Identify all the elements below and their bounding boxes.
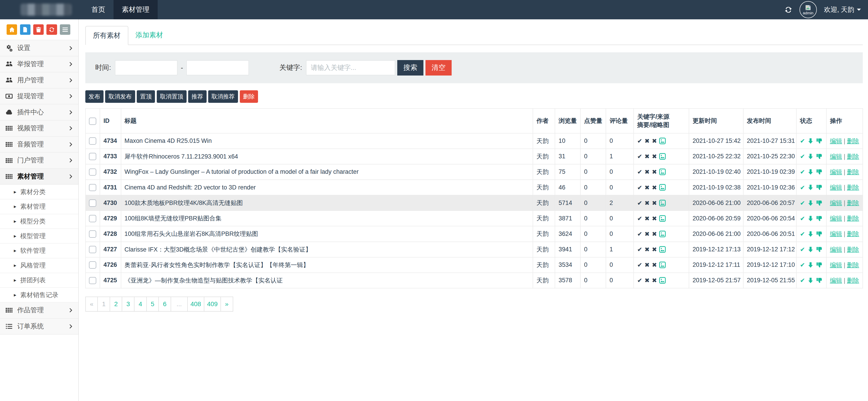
sidebar-item-3[interactable]: 提现管理	[0, 89, 78, 104]
status-check-icon[interactable]: ✔	[800, 230, 805, 238]
sidebar-subitem[interactable]: ▸模型管理	[0, 229, 78, 244]
status-check-icon[interactable]: ✔	[800, 137, 805, 145]
refresh-icon[interactable]	[784, 6, 792, 13]
time-from-input[interactable]	[115, 60, 178, 75]
action-button-3[interactable]: 取消置顶	[157, 90, 187, 102]
arrow-down-icon[interactable]	[807, 215, 814, 222]
thumbs-down-icon[interactable]	[816, 168, 823, 175]
thumbs-down-icon[interactable]	[816, 184, 823, 191]
edit-link[interactable]: 编辑	[830, 261, 842, 268]
tab-0[interactable]: 所有素材	[85, 26, 128, 45]
delete-link[interactable]: 删除	[847, 199, 859, 206]
delete-link[interactable]: 删除	[847, 168, 859, 175]
sidebar-subitem[interactable]: ▸风格管理	[0, 258, 78, 273]
status-check-icon[interactable]: ✔	[800, 246, 805, 253]
status-check-icon[interactable]: ✔	[800, 261, 805, 268]
status-check-icon[interactable]: ✔	[800, 168, 805, 175]
arrow-down-icon[interactable]	[807, 137, 814, 144]
status-check-icon[interactable]: ✔	[800, 153, 805, 160]
sidebar-subitem[interactable]: ▸拼团列表	[0, 273, 78, 288]
action-button-0[interactable]: 发布	[85, 90, 103, 102]
delete-link[interactable]: 删除	[847, 153, 859, 160]
action-button-5[interactable]: 取消推荐	[208, 90, 238, 102]
quick-button-trash-icon[interactable]	[33, 24, 44, 35]
row-checkbox[interactable]	[89, 230, 96, 238]
quick-button-recycle-icon[interactable]	[46, 24, 57, 35]
sidebar-item-7[interactable]: 门户管理	[0, 153, 78, 169]
arrow-down-icon[interactable]	[807, 153, 814, 160]
arrow-down-icon[interactable]	[807, 261, 814, 268]
nav-item-1[interactable]: 素材管理	[114, 0, 158, 19]
avatar[interactable]: admin	[800, 1, 816, 18]
thumbs-down-icon[interactable]	[816, 215, 823, 222]
search-button[interactable]: 搜索	[397, 60, 423, 75]
page-button-409[interactable]: 409	[204, 297, 221, 311]
page-button-4[interactable]: 4	[134, 297, 147, 311]
row-checkbox[interactable]	[89, 168, 96, 176]
row-checkbox[interactable]	[89, 184, 96, 191]
arrow-down-icon[interactable]	[807, 184, 814, 191]
sidebar-subitem[interactable]: ▸软件管理	[0, 244, 78, 258]
row-checkbox[interactable]	[89, 137, 96, 145]
thumbs-down-icon[interactable]	[816, 277, 823, 284]
quick-button-home-icon[interactable]	[7, 24, 17, 35]
thumbs-down-icon[interactable]	[816, 137, 823, 144]
sidebar-item-5[interactable]: 视频管理	[0, 121, 78, 137]
select-all-checkbox[interactable]	[89, 118, 96, 125]
action-button-6[interactable]: 删除	[240, 90, 258, 102]
delete-link[interactable]: 删除	[847, 230, 859, 237]
sidebar-subitem[interactable]: ▸素材管理	[0, 199, 78, 214]
welcome-menu[interactable]: 欢迎, 天韵	[824, 5, 861, 14]
edit-link[interactable]: 编辑	[830, 168, 842, 175]
edit-link[interactable]: 编辑	[830, 277, 842, 284]
quick-button-justify-icon[interactable]	[60, 24, 70, 35]
action-button-1[interactable]: 取消发布	[105, 90, 135, 102]
status-check-icon[interactable]: ✔	[800, 277, 805, 284]
thumbs-down-icon[interactable]	[816, 230, 823, 237]
thumbs-down-icon[interactable]	[816, 246, 823, 253]
edit-link[interactable]: 编辑	[830, 184, 842, 191]
row-checkbox[interactable]	[89, 277, 96, 284]
delete-link[interactable]: 删除	[847, 261, 859, 268]
sidebar-subitem[interactable]: ▸模型分类	[0, 214, 78, 229]
row-checkbox[interactable]	[89, 153, 96, 160]
arrow-down-icon[interactable]	[807, 277, 814, 284]
edit-link[interactable]: 编辑	[830, 230, 842, 237]
delete-link[interactable]: 删除	[847, 277, 859, 284]
keyword-input[interactable]	[306, 60, 395, 75]
sidebar-item-4[interactable]: 插件中心	[0, 104, 78, 121]
thumbs-down-icon[interactable]	[816, 261, 823, 268]
row-checkbox[interactable]	[89, 199, 96, 207]
row-checkbox[interactable]	[89, 246, 96, 253]
edit-link[interactable]: 编辑	[830, 153, 842, 160]
sidebar-item-0[interactable]: 设置	[0, 40, 78, 56]
edit-link[interactable]: 编辑	[830, 246, 842, 253]
time-to-input[interactable]	[186, 60, 249, 75]
arrow-down-icon[interactable]	[807, 200, 814, 206]
action-button-4[interactable]: 推荐	[188, 90, 206, 102]
delete-link[interactable]: 删除	[847, 246, 859, 253]
sidebar-item-1[interactable]: 举报管理	[0, 56, 78, 72]
arrow-down-icon[interactable]	[807, 246, 814, 253]
row-checkbox[interactable]	[89, 261, 96, 269]
delete-link[interactable]: 删除	[847, 215, 859, 222]
status-check-icon[interactable]: ✔	[800, 199, 805, 207]
sidebar-subitem[interactable]: ▸素材销售记录	[0, 288, 78, 303]
sidebar-item-2[interactable]: 用户管理	[0, 72, 78, 89]
thumbs-down-icon[interactable]	[816, 153, 823, 160]
sidebar-item-9[interactable]: 作品管理	[0, 303, 78, 319]
quick-button-file-icon[interactable]	[20, 24, 30, 35]
page-button-2[interactable]: 2	[110, 297, 122, 311]
delete-link[interactable]: 删除	[847, 137, 859, 145]
arrow-down-icon[interactable]	[807, 168, 814, 175]
page-button-5[interactable]: 5	[146, 297, 159, 311]
action-button-2[interactable]: 置顶	[137, 90, 155, 102]
clear-button[interactable]: 清空	[426, 60, 452, 75]
page-button-408[interactable]: 408	[187, 297, 204, 311]
edit-link[interactable]: 编辑	[830, 199, 842, 206]
sidebar-item-10[interactable]: 订单系统	[0, 319, 78, 335]
nav-item-0[interactable]: 首页	[83, 0, 114, 19]
row-checkbox[interactable]	[89, 215, 96, 222]
delete-link[interactable]: 删除	[847, 184, 859, 191]
status-check-icon[interactable]: ✔	[800, 184, 805, 191]
